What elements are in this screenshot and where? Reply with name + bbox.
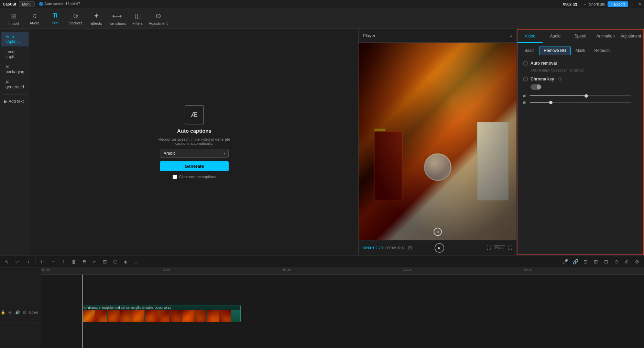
auto-removal-radio[interactable] [523,61,528,66]
timeline-ruler: |00:00 |00:05 |00:10 |00:15 |00:20 [41,268,644,275]
ruler-mark-10: |00:10 [282,268,291,271]
toolbar-adjustment[interactable]: ⊙ Adjustment [149,10,168,28]
toolbar-transitions-label: Transitions [108,21,126,25]
timeline-area: ↖ ↩ ↪ ⊢ ⊣ ⊤ 🗑 ⚑ ✂ ⊞ ⬡ ◈ ⊐ 🎤 🔗 ⊡ ⊞ ⊟ ⊖ ⊕ … [0,255,644,348]
toolbar-text[interactable]: TI Text [45,10,65,28]
toolbar-effects[interactable]: ✦ Effects [87,10,106,28]
ae-icon: Æ [191,111,198,119]
split-button[interactable]: ⊢ [39,258,47,266]
empty-gutter-1 [0,275,41,302]
chroma-toggle-switch-row [531,84,638,90]
player-crosshair-icon[interactable]: ⊕ [434,228,442,236]
add-keyframe-button[interactable]: ⬡ [111,258,119,266]
toolbar-import[interactable]: ⊞ Import [4,10,23,28]
toolbar-audio[interactable]: ♫ Audio [25,10,44,28]
generate-button[interactable]: Generate [160,161,229,171]
transitions-icon: ⟷ [112,12,122,20]
video-clip[interactable]: Christmas snowglobe and Christmas gifts … [83,305,241,322]
tab-video[interactable]: Video [517,30,543,43]
player-panel: Player ≡ ⊕ 00:00:02:20 [359,29,517,255]
redo-button[interactable]: ↪ [23,258,32,266]
voice-record-button[interactable]: 🎤 [561,258,569,266]
toolbar-filters[interactable]: ◫ Filters [128,10,147,28]
align-left-button[interactable]: ⊣ [49,258,57,266]
audio-toggle-icon[interactable]: 🔊 [14,309,20,316]
sub-tab-mask[interactable]: Mask [571,46,590,55]
clip-align-button[interactable]: ⊞ [592,258,600,266]
sidebar-item-ai-packaging[interactable]: AI packaging [1,62,29,77]
toolbar-adjustment-label: Adjustment [149,21,167,25]
chroma-key-label: Chroma key [531,77,554,81]
window-controls[interactable]: ─ □ ✕ [631,2,641,6]
sub-tab-basic[interactable]: Basic [520,46,538,55]
stabilize-button[interactable]: ◈ [121,258,130,266]
chroma-key-radio[interactable] [523,77,528,81]
chroma-slider-1[interactable] [530,95,631,96]
select-tool[interactable]: ↖ [3,258,11,266]
shortcuts-button[interactable]: Shortcuts [589,2,605,6]
add-text-button[interactable]: ▶ Add text [0,97,30,106]
right-sub-tabs: Basic Remove BG Mask Retouch [517,43,643,55]
auto-captions-title: Auto captions [177,128,211,134]
ratio-button[interactable]: Ratio [494,245,505,250]
tab-audio[interactable]: Audio [543,30,568,43]
slider-1-knob[interactable] [585,94,588,98]
thumb-6 [145,310,157,322]
tab-adjustment[interactable]: Adjustment [618,30,643,43]
menu-button[interactable]: Menu [19,1,35,7]
clear-captions-checkbox[interactable] [173,175,177,179]
sidebar-item-local-captions[interactable]: Local capti... [1,47,29,62]
tab-speed[interactable]: Speed [568,30,593,43]
audio-icon: ♫ [32,12,37,20]
toolbar-transitions[interactable]: ⟷ Transitions [107,10,127,28]
slider-2-knob[interactable] [549,101,553,104]
link-button[interactable]: 🔗 [571,258,579,266]
screenshot-icon[interactable]: ⛶ [487,245,491,250]
split-audio-button[interactable]: ⊡ [581,258,590,266]
flag-button[interactable]: ⚑ [80,258,88,266]
autosave-status: 🔵 Auto saved: 16:44:47 [39,2,563,6]
cover-label: Cover [29,311,38,314]
visibility-icon[interactable]: 👁 [7,309,13,316]
play-button[interactable]: ▶ [435,243,444,253]
import-icon: ⊞ [11,12,17,20]
zoom-out-button[interactable]: ⊖ [612,258,621,266]
trim-right-button[interactable]: ⊟ [602,258,610,266]
top-bar: CapCut Menu 🔵 Auto saved: 16:44:47 0502 … [0,0,644,8]
undo-button[interactable]: ↩ [13,258,21,266]
toolbar-stickers[interactable]: ☺ Stickers [66,10,85,28]
chroma-slider-2[interactable] [530,102,631,103]
align-center-button[interactable]: ⊤ [59,258,68,266]
language-select[interactable]: Arabic English Spanish French German Chi… [160,149,229,158]
crop-button[interactable]: ✂ [90,258,99,266]
toolbar-stickers-label: Stickers [69,21,82,25]
slider-2-left-value: ◼ [523,100,527,104]
grid-icon[interactable]: ⊞ [408,245,412,250]
delete-button[interactable]: 🗑 [70,258,78,266]
trim-button[interactable]: ⊐ [132,258,140,266]
top-bar-right: ⊞ ⌄ Shortcuts ↑ Export ─ □ ✕ [577,1,641,7]
layout-icon[interactable]: ⊞ [577,2,580,6]
settings-icon[interactable]: ⌄ [583,2,586,6]
fullscreen-icon[interactable]: ⛶ [508,245,512,250]
text-icon: TI [53,13,57,19]
app-logo: CapCut [3,2,16,6]
sub-tab-retouch[interactable]: Retouch [590,46,614,55]
player-menu-icon[interactable]: ≡ [510,33,512,39]
lock-icon[interactable]: 🔒 [0,309,6,316]
toggle-knob [537,85,541,89]
sub-tab-remove-bg[interactable]: Remove BG [539,46,570,55]
toolbar-import-label: Import [8,21,19,25]
export-button[interactable]: ↑ Export [608,1,628,7]
expand-button[interactable]: ⊘ [633,258,641,266]
add-text-label: Add text [9,99,24,104]
zoom-in-button[interactable]: ⊕ [623,258,631,266]
toolbar-audio-label: Audio [30,21,39,25]
sidebar-item-auto-captions[interactable]: Auto captio... [1,32,29,46]
sidebar-item-ai-generated[interactable]: AI generated [1,77,29,92]
tab-animation[interactable]: Animation [593,30,618,43]
transform-button[interactable]: ⊞ [101,258,109,266]
chroma-toggle-switch[interactable] [531,84,542,90]
playhead[interactable] [83,275,83,348]
pip-icon[interactable]: ⊡ [22,309,28,316]
